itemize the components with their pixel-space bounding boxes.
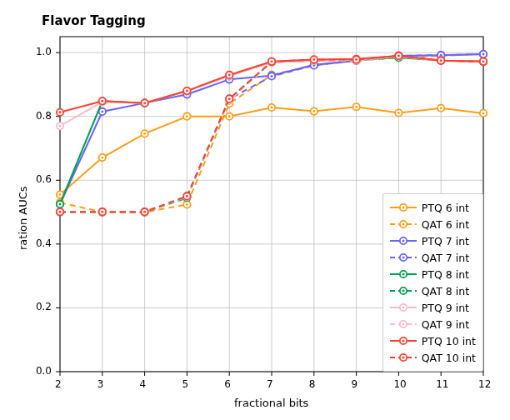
svg-point-64 <box>402 357 404 359</box>
data-marker-dot <box>271 107 273 109</box>
y-tick: 0.0 <box>36 365 52 377</box>
data-marker-dot <box>312 58 315 61</box>
data-marker-dot <box>59 111 62 113</box>
data-marker-dot <box>271 75 273 78</box>
data-marker-dot <box>59 211 62 213</box>
y-axis-label: ration AUCs <box>17 186 29 250</box>
x-tick: 3 <box>98 378 104 390</box>
data-marker-dot <box>101 100 103 102</box>
legend-swatch <box>390 335 417 347</box>
legend-entry: PTQ 7 int <box>390 232 476 249</box>
legend-entry: PTQ 9 int <box>390 299 476 316</box>
data-marker-dot <box>440 107 442 109</box>
data-marker-dot <box>186 195 188 198</box>
svg-point-37 <box>402 207 404 209</box>
data-marker-dot <box>271 60 273 62</box>
svg-point-52 <box>402 290 404 292</box>
legend-swatch <box>390 202 417 213</box>
legend-swatch <box>390 268 417 280</box>
legend-label: PTQ 9 int <box>422 302 469 314</box>
legend-swatch <box>390 285 417 297</box>
x-tick: 2 <box>55 378 62 390</box>
legend-swatch <box>390 318 417 330</box>
data-marker-dot <box>59 193 62 196</box>
legend-entry: QAT 10 int <box>390 349 476 366</box>
legend-swatch <box>390 302 417 313</box>
svg-point-40 <box>402 223 404 226</box>
x-tick: 11 <box>436 378 448 390</box>
x-tick: 9 <box>352 378 358 390</box>
legend-label: QAT 8 int <box>422 285 469 298</box>
x-tick: 10 <box>393 378 406 390</box>
legend-entry: PTQ 10 int <box>390 332 476 349</box>
data-marker-dot <box>186 203 188 206</box>
x-tick: 8 <box>309 378 316 390</box>
data-marker-dot <box>482 60 485 62</box>
svg-point-61 <box>402 340 404 342</box>
legend-label: PTQ 7 int <box>422 235 469 248</box>
data-marker-dot <box>143 102 146 104</box>
data-marker-dot <box>59 125 62 128</box>
data-marker-dot <box>228 115 231 118</box>
data-marker-dot <box>482 112 485 114</box>
legend-label: QAT 6 int <box>422 218 469 231</box>
x-axis-label: fractional bits <box>234 397 308 409</box>
x-tick: 5 <box>182 378 188 390</box>
svg-point-55 <box>402 307 404 309</box>
data-marker-dot <box>101 211 103 213</box>
data-marker-dot <box>440 54 442 57</box>
data-marker-dot <box>186 90 188 92</box>
svg-point-49 <box>402 273 404 276</box>
data-marker-dot <box>143 132 146 135</box>
data-marker-dot <box>398 112 400 114</box>
data-marker-dot <box>101 157 103 159</box>
data-marker-dot <box>143 211 146 213</box>
data-marker-dot <box>355 106 358 108</box>
data-marker-dot <box>186 115 188 118</box>
x-tick: 12 <box>478 378 491 390</box>
data-marker-dot <box>355 58 358 61</box>
legend-entry: QAT 6 int <box>390 216 476 232</box>
y-tick: 0.2 <box>36 301 52 312</box>
y-tick: 0.4 <box>36 238 52 249</box>
legend-label: QAT 7 int <box>422 252 469 264</box>
legend-swatch <box>390 352 417 363</box>
x-tick: 4 <box>140 378 147 390</box>
y-tick: 0.8 <box>36 110 52 122</box>
data-marker-dot <box>101 111 103 113</box>
legend-entry: PTQ 8 int <box>390 266 476 282</box>
legend: PTQ 6 intQAT 6 intPTQ 7 intQAT 7 intPTQ … <box>382 193 483 372</box>
svg-point-43 <box>402 240 404 242</box>
x-tick: 7 <box>267 378 273 390</box>
svg-point-46 <box>402 257 404 259</box>
data-marker-dot <box>440 59 442 62</box>
legend-label: PTQ 10 int <box>422 335 476 348</box>
legend-swatch <box>390 235 417 247</box>
legend-label: QAT 9 int <box>422 318 469 331</box>
legend-entry: QAT 7 int <box>390 249 476 266</box>
svg-point-58 <box>402 323 404 326</box>
y-tick: 0.6 <box>36 173 52 185</box>
data-marker-dot <box>312 110 315 112</box>
legend-entry: QAT 9 int <box>390 316 476 332</box>
y-tick: 1.0 <box>36 46 52 58</box>
data-marker-dot <box>228 73 231 76</box>
data-marker-dot <box>59 203 62 206</box>
data-marker-dot <box>482 53 485 56</box>
legend-swatch <box>390 218 417 230</box>
data-marker-dot <box>398 55 400 58</box>
legend-label: PTQ 6 int <box>422 202 469 214</box>
legend-entry: PTQ 6 int <box>390 199 476 216</box>
legend-label: PTQ 8 int <box>422 268 469 281</box>
data-marker-dot <box>228 98 231 100</box>
legend-swatch <box>390 252 417 263</box>
x-tick: 6 <box>224 378 231 390</box>
legend-entry: QAT 8 int <box>390 282 476 299</box>
legend-label: QAT 10 int <box>422 352 476 364</box>
